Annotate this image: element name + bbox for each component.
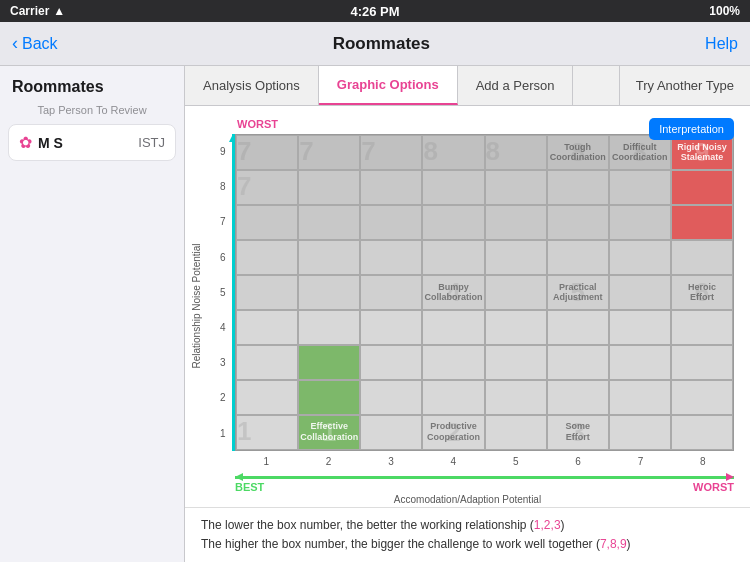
cell-7-2 <box>298 205 360 240</box>
sidebar-title: Roommates <box>8 78 176 96</box>
person-type: ISTJ <box>138 135 165 150</box>
cell-2-6 <box>547 380 609 415</box>
cell-1-2: 1 EffectiveCollaboration <box>298 415 360 450</box>
cell-8-1: 7 <box>236 170 298 205</box>
cell-5-2 <box>298 275 360 310</box>
cell-9-8: 9 Rigid NoisyStalemate <box>671 135 733 170</box>
cell-9-6: 8 ToughCoordination <box>547 135 609 170</box>
cell-5-6: 5 PracticalAdjustment <box>547 275 609 310</box>
tab-try[interactable]: Try Another Type <box>620 66 750 105</box>
tab-analysis[interactable]: Analysis Options <box>185 66 319 105</box>
cell-9-5: 8 <box>485 135 547 170</box>
y-tick-6: 6 <box>220 240 229 275</box>
y-tick-3: 3 <box>220 345 229 380</box>
person-icon: ✿ <box>19 133 32 152</box>
wifi-icon: ▲ <box>53 4 65 18</box>
status-left: Carrier ▲ <box>10 4 65 18</box>
tab-graphic[interactable]: Graphic Options <box>319 66 458 105</box>
cell-3-8 <box>671 345 733 380</box>
worst-top-label: WORST <box>237 118 278 130</box>
cell-8-5 <box>485 170 547 205</box>
cell-1-5 <box>485 415 547 450</box>
back-label: Back <box>22 35 58 53</box>
footer-line1: The lower the box number, the better the… <box>201 516 734 535</box>
cell-6-5 <box>485 240 547 275</box>
cell-2-8 <box>671 380 733 415</box>
cell-6-7 <box>609 240 671 275</box>
x-tick-8: 8 <box>672 456 734 467</box>
cell-7-5 <box>485 205 547 240</box>
cell-3-7 <box>609 345 671 380</box>
cell-3-1 <box>236 345 298 380</box>
cell-5-3 <box>360 275 422 310</box>
cell-1-6: 3 SomeEffort <box>547 415 609 450</box>
battery-label: 100% <box>709 4 740 18</box>
cell-2-7 <box>609 380 671 415</box>
x-axis-label: Accomodation/Adaption Potential <box>394 494 541 505</box>
cell-7-4 <box>422 205 484 240</box>
cell-4-2 <box>298 310 360 345</box>
cell-5-5 <box>485 275 547 310</box>
x-ticks: 1 2 3 4 5 6 7 8 <box>235 456 734 467</box>
cell-4-1 <box>236 310 298 345</box>
person-name: M S <box>38 135 63 151</box>
cell-2-4 <box>422 380 484 415</box>
cell-8-2 <box>298 170 360 205</box>
y-tick-7: 7 <box>220 204 229 239</box>
cell-5-1 <box>236 275 298 310</box>
cell-1-8 <box>671 415 733 450</box>
footer-line1-highlight: 1,2,3 <box>534 518 561 532</box>
cell-2-3 <box>360 380 422 415</box>
tab-spacer <box>573 66 619 105</box>
cell-7-6 <box>547 205 609 240</box>
cell-1-1: 1 <box>236 415 298 450</box>
footer-line2-prefix: The higher the box number, the bigger th… <box>201 537 600 551</box>
y-tick-9: 9 <box>220 134 229 169</box>
y-tick-1: 1 <box>220 415 229 450</box>
y-tick-4: 4 <box>220 310 229 345</box>
cell-7-1 <box>236 205 298 240</box>
tab-add[interactable]: Add a Person <box>458 66 574 105</box>
cell-4-4 <box>422 310 484 345</box>
x-tick-5: 5 <box>485 456 547 467</box>
y-tick-5: 5 <box>220 275 229 310</box>
cell-5-4: 4 BumpyCollaboration <box>422 275 484 310</box>
cell-8-7 <box>609 170 671 205</box>
sidebar: Roommates Tap Person To Review ✿ M S IST… <box>0 66 185 562</box>
nav-bar: ‹ Back Roommates Help <box>0 22 750 66</box>
y-tick-8: 8 <box>220 169 229 204</box>
footer-line1-prefix: The lower the box number, the better the… <box>201 518 534 532</box>
main-layout: Roommates Tap Person To Review ✿ M S IST… <box>0 66 750 562</box>
footer-note: The lower the box number, the better the… <box>185 507 750 562</box>
person-row[interactable]: ✿ M S ISTJ <box>8 124 176 161</box>
cell-9-4: 8 <box>422 135 484 170</box>
cell-6-4 <box>422 240 484 275</box>
person-left: ✿ M S <box>19 133 63 152</box>
h-arrow-left <box>235 473 243 481</box>
cell-8-4 <box>422 170 484 205</box>
back-button[interactable]: ‹ Back <box>12 33 58 54</box>
carrier-label: Carrier <box>10 4 49 18</box>
interpretation-button[interactable]: Interpretation <box>649 118 734 140</box>
status-bar: Carrier ▲ 4:26 PM 100% <box>0 0 750 22</box>
cell-7-3 <box>360 205 422 240</box>
cell-9-7: 8 DifficultCoordication <box>609 135 671 170</box>
footer-line2: The higher the box number, the bigger th… <box>201 535 734 554</box>
x-tick-1: 1 <box>235 456 297 467</box>
footer-line2-suffix: ) <box>627 537 631 551</box>
help-button[interactable]: Help <box>705 35 738 53</box>
cell-4-6 <box>547 310 609 345</box>
status-time: 4:26 PM <box>350 4 399 19</box>
nav-title: Roommates <box>333 34 430 54</box>
y-ticks: 1 2 3 4 5 6 7 8 9 <box>220 134 229 451</box>
tab-bar: Analysis Options Graphic Options Add a P… <box>185 66 750 106</box>
cell-1-3 <box>360 415 422 450</box>
cell-9-3: 7 <box>360 135 422 170</box>
cell-6-2 <box>298 240 360 275</box>
chart-area: Interpretation Relationship Noise Potent… <box>185 106 750 507</box>
y-axis-label: Relationship Noise Potential <box>191 244 202 369</box>
cell-5-8: 6 HeroicEffort <box>671 275 733 310</box>
cell-4-3 <box>360 310 422 345</box>
cell-5-7 <box>609 275 671 310</box>
x-tick-7: 7 <box>609 456 671 467</box>
